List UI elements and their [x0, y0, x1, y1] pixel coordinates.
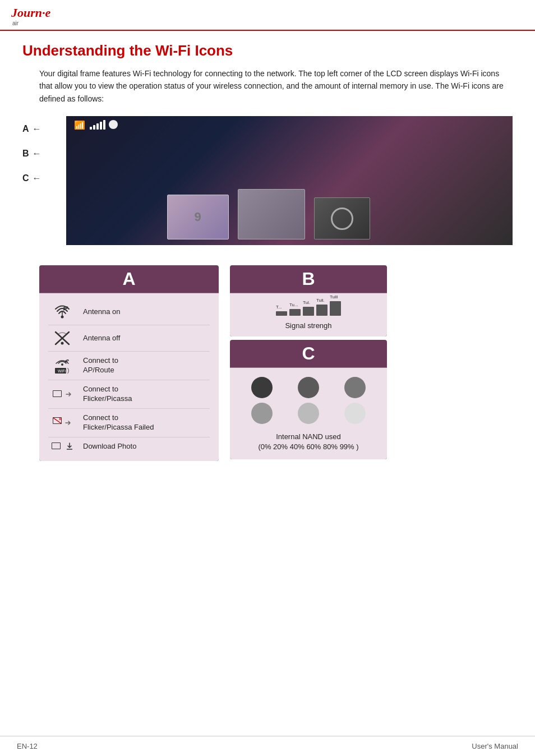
antenna-off-row: Antenna off: [48, 325, 210, 352]
antenna-off-icon-cell: [48, 330, 76, 347]
svg-text:WiFi: WiFi: [58, 369, 66, 373]
bar5: [103, 120, 105, 130]
box-a-content: Antenna on Antenna off: [39, 293, 219, 461]
logo: Journ·e air: [11, 6, 50, 26]
antenna-off-label: Antenna off: [83, 334, 120, 343]
antenna-on-icon: [53, 303, 71, 320]
svg-point-4: [61, 342, 64, 345]
signal-bar-2: Tul.: [303, 307, 314, 316]
dot-99: [344, 403, 366, 424]
signal-bars-display: T... Tu... Tul. Tull. Tulll: [239, 300, 378, 316]
box-c-content: Internal NAND used (0% 20% 40% 60% 80% 9…: [230, 368, 387, 459]
connect-fail-icon-cell: x: [48, 417, 76, 428]
arrow-a: ←: [33, 124, 41, 134]
svg-text:📶: 📶: [74, 120, 85, 130]
box-b-header: B: [230, 265, 387, 293]
svg-text:x: x: [59, 417, 62, 421]
connect-fail-monitor: x: [52, 417, 63, 426]
arrow-c: ←: [33, 173, 41, 183]
photo-right-thumb2: [314, 197, 370, 239]
signal-label: Signal strengh: [239, 321, 378, 330]
page-footer: EN-12 User's Manual: [0, 736, 535, 756]
signal-bar-1: Tu...: [289, 309, 301, 316]
label-a: A ←: [22, 124, 41, 134]
label-b: B ←: [22, 149, 41, 159]
connect-flickr-icon-group: [52, 390, 73, 399]
box-b-content: T... Tu... Tul. Tull. Tulll: [230, 293, 387, 336]
box-a: A: [39, 265, 219, 461]
label-a-letter: A: [22, 124, 29, 134]
connect-ap-icon-cell: WiFi ): [48, 357, 76, 375]
diagram-area: A ← B ← C ← 📶: [22, 116, 513, 256]
box-c-header: C: [230, 340, 387, 368]
photo-center-thumb: 9: [167, 195, 229, 239]
signal-bar-4: Tulll: [330, 301, 341, 316]
nand-label-text: Internal NAND used: [276, 432, 341, 441]
label-c-letter: C: [22, 173, 29, 183]
main-content: Understanding the Wi-Fi Icons Your digit…: [0, 31, 535, 472]
antenna-on-icon-cell: [48, 303, 76, 320]
signal-bar-3: Tull.: [316, 305, 328, 316]
download-row: Download Photo: [48, 437, 210, 456]
download-arrow-icon: [65, 442, 74, 451]
screen-memory-dot: [109, 120, 118, 129]
connect-ap-wifi: [54, 357, 71, 366]
connect-ap-label: Connect toAP/Route: [83, 356, 118, 375]
connect-fail-monitor-wrap: x: [52, 417, 63, 428]
bar4: [100, 122, 102, 130]
antenna-on-row: Antenna on: [48, 299, 210, 325]
connect-fail-row: x Connect toFlicker/Picassa Failed: [48, 409, 210, 437]
nand-label: Internal NAND used (0% 20% 40% 60% 80% 9…: [239, 432, 378, 452]
antenna-on-label: Antenna on: [83, 307, 121, 317]
box-c: C Internal NAND used (0% 20% 40% 60% 80%…: [230, 340, 387, 459]
diagram-labels: A ← B ← C ←: [22, 116, 41, 183]
antenna-off-icon: [53, 330, 71, 347]
intro-paragraph: Your digital frame features Wi-Fi techno…: [39, 67, 513, 105]
svg-text:): ): [67, 367, 69, 374]
connect-flickr-arrow: [65, 390, 73, 398]
page-title: Understanding the Wi-Fi Icons: [22, 42, 513, 59]
box-bc-column: B T... Tu... Tul. Tull: [230, 265, 387, 459]
svg-point-1: [61, 316, 64, 319]
screen-top-bar: 📶: [74, 119, 118, 130]
page-header: Journ·e air: [0, 0, 535, 31]
svg-rect-16: [52, 443, 60, 449]
label-c: C ←: [22, 173, 41, 183]
dot-80: [298, 403, 319, 424]
box-b: B T... Tu... Tul. Tull: [230, 265, 387, 336]
screen-wifi-icon: 📶: [74, 119, 86, 130]
download-icon-group: [51, 442, 74, 451]
connect-fail-label: Connect toFlicker/Picassa Failed: [83, 413, 154, 432]
connect-fail-arrow: [64, 419, 72, 427]
screen-photos: 9: [167, 189, 370, 239]
dot-0: [251, 377, 273, 398]
connect-ap-icon-group: WiFi ): [54, 357, 71, 375]
dot-60: [251, 403, 273, 424]
label-b-letter: B: [22, 149, 29, 159]
download-monitor: [51, 442, 63, 451]
photo-right-thumb1: [238, 189, 305, 239]
info-boxes-container: A: [39, 265, 513, 461]
box-a-header: A: [39, 265, 219, 293]
memory-dots-grid: [239, 375, 378, 426]
footer-right: User's Manual: [472, 742, 518, 750]
logo-text: Journ·e: [11, 6, 50, 20]
svg-point-5: [61, 363, 63, 366]
logo-sub: air: [12, 20, 50, 26]
connect-ap-row: WiFi ) Connect toAP/Route: [48, 352, 210, 380]
dot-40: [344, 377, 366, 398]
screen-signal-bars: [90, 119, 105, 130]
connect-ap-router: WiFi ): [54, 367, 71, 375]
nand-levels-text: (0% 20% 40% 60% 80% 99% ): [258, 442, 358, 451]
connect-flickr-icon-cell: [48, 390, 76, 399]
photo-circle: [331, 208, 353, 230]
connect-fail-icon-group: x: [52, 417, 72, 428]
bar1: [90, 127, 92, 130]
download-icon-cell: [48, 442, 76, 451]
screenshot-area: 📶 9: [66, 116, 513, 245]
bar2: [93, 125, 95, 130]
bar3: [96, 123, 99, 130]
connect-flickr-monitor: [52, 390, 63, 399]
dot-20: [298, 377, 319, 398]
footer-left: EN-12: [17, 742, 38, 750]
